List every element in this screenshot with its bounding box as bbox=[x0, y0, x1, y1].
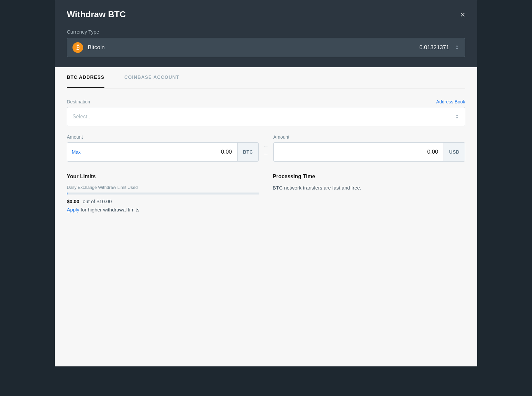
btc-amount-value: 0.00 bbox=[85, 143, 237, 161]
progress-bar bbox=[67, 193, 259, 195]
apply-text: Apply for higher withdrawal limits bbox=[67, 207, 259, 212]
currency-balance: 0.01321371 bbox=[419, 44, 449, 51]
currency-selector[interactable]: ₿ Bitcoin 0.01321371 ⌄⌃ bbox=[67, 38, 465, 57]
tab-coinbase-account[interactable]: COINBASE ACCOUNT bbox=[124, 67, 179, 88]
usd-amount-label: Amount bbox=[273, 134, 465, 140]
usd-amount-group: Amount 0.00 USD bbox=[273, 134, 465, 162]
withdraw-modal: Withdraw BTC × Currency Type ₿ Bitcoin 0… bbox=[55, 0, 477, 366]
currency-section: Currency Type ₿ Bitcoin 0.01321371 ⌄⌃ bbox=[55, 29, 477, 67]
exchange-arrows-icon: ← → bbox=[259, 134, 273, 157]
amounts-row: Amount Max 0.00 BTC ← → Amount 0.00 USD bbox=[67, 134, 465, 162]
max-link[interactable]: Max bbox=[67, 143, 85, 161]
apply-link[interactable]: Apply bbox=[67, 207, 79, 212]
limits-column: Your Limits Daily Exchange Withdraw Limi… bbox=[67, 174, 259, 212]
destination-select[interactable]: Select... ⌄⌃ bbox=[67, 107, 465, 126]
daily-limit-label: Daily Exchange Withdraw Limit Used bbox=[67, 185, 259, 190]
btc-amount-group: Amount Max 0.00 BTC bbox=[67, 134, 259, 162]
apply-suffix: for higher withdrawal limits bbox=[79, 207, 140, 212]
btc-amount-label: Amount bbox=[67, 134, 259, 140]
modal-header: Withdraw BTC × bbox=[55, 0, 477, 29]
close-button[interactable]: × bbox=[460, 10, 465, 19]
processing-description: BTC network transfers are fast and free. bbox=[273, 185, 465, 191]
btc-currency-label: BTC bbox=[237, 143, 258, 161]
limit-separator: out of $10.00 bbox=[83, 198, 112, 204]
usd-amount-input[interactable]: 0.00 USD bbox=[273, 142, 465, 162]
processing-title: Processing Time bbox=[273, 174, 465, 180]
btc-amount-input[interactable]: Max 0.00 BTC bbox=[67, 142, 259, 162]
tab-bar: BTC ADDRESS COINBASE ACCOUNT bbox=[67, 67, 465, 88]
tab-btc-address[interactable]: BTC ADDRESS bbox=[67, 67, 104, 88]
currency-chevron-icon: ⌄⌃ bbox=[455, 42, 460, 53]
limit-used: $0.00 bbox=[67, 198, 79, 204]
destination-placeholder: Select... bbox=[72, 114, 455, 120]
usd-amount-value: 0.00 bbox=[274, 143, 444, 161]
info-columns: Your Limits Daily Exchange Withdraw Limi… bbox=[67, 174, 465, 212]
btc-icon: ₿ bbox=[72, 42, 83, 53]
destination-chevron-icon: ⌄⌃ bbox=[455, 111, 460, 122]
modal-body: BTC ADDRESS COINBASE ACCOUNT Destination… bbox=[55, 67, 477, 366]
processing-column: Processing Time BTC network transfers ar… bbox=[273, 174, 465, 212]
address-book-link[interactable]: Address Book bbox=[436, 99, 465, 104]
currency-type-label: Currency Type bbox=[67, 29, 465, 35]
destination-field-row: Destination Address Book Select... ⌄⌃ bbox=[67, 99, 465, 126]
destination-field-header: Destination Address Book bbox=[67, 99, 465, 104]
progress-bar-fill bbox=[67, 193, 67, 195]
modal-title: Withdraw BTC bbox=[67, 9, 126, 20]
currency-name: Bitcoin bbox=[88, 44, 419, 51]
limit-amounts-text: $0.00 out of $10.00 bbox=[67, 198, 259, 204]
destination-label: Destination bbox=[67, 99, 90, 104]
usd-currency-label: USD bbox=[444, 143, 465, 161]
limits-title: Your Limits bbox=[67, 174, 259, 180]
